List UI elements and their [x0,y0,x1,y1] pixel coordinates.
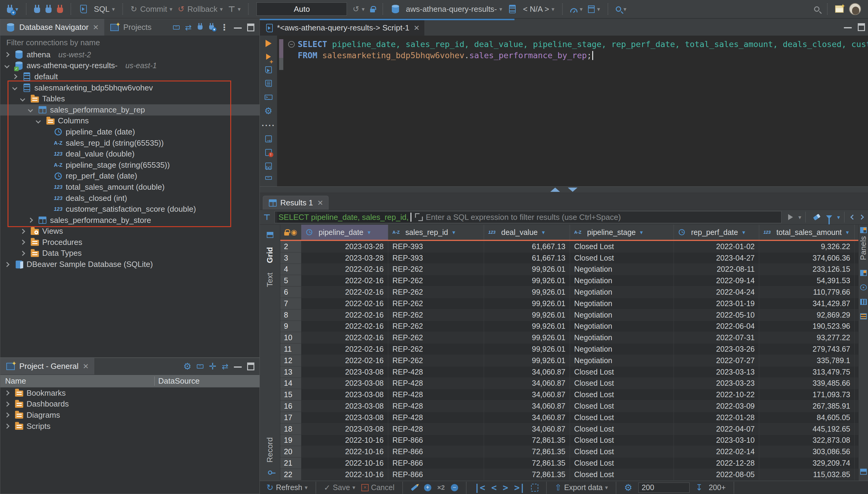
row-number-cell[interactable]: 7 [280,298,301,309]
cell-deal_value[interactable]: 34,060.87 [484,366,570,378]
tab-text-view[interactable]: Text [265,273,275,287]
sort-caret-icon[interactable] [640,229,643,236]
tree-item[interactable]: 123deals_closed (int) [0,193,259,204]
close-editor-tab-icon[interactable] [414,24,419,32]
cell-pipeline_date[interactable]: 2022-02-16 [301,355,388,366]
export-data-button[interactable]: Export data [555,483,608,492]
cell-total_sales_amount[interactable]: 445,192.65 [759,423,855,435]
cell-sales_rep_id[interactable]: REP-262 [388,264,484,275]
references-panel-icon[interactable] [860,314,867,319]
chevron-closed-icon[interactable] [28,218,33,223]
cell-total_sales_amount[interactable]: 267,385.91 [759,400,855,412]
cell-sales_rep_id[interactable]: REP-428 [388,378,484,389]
cell-sales_rep_id[interactable]: REP-428 [388,423,484,435]
column-header-deal_value[interactable]: 123deal_value [484,225,570,240]
column-header-total_sales_amount[interactable]: 123total_sales_amount [759,225,855,240]
close-results-tab-icon[interactable] [317,200,323,207]
cell-pipeline_stage[interactable]: Closed Lost [570,378,674,389]
column-header-rep_perf_date[interactable]: rep_perf_date [674,225,759,240]
name-column-header[interactable]: Name [0,376,155,386]
edit-cell-button[interactable] [411,487,418,489]
cell-total_sales_amount[interactable]: 335,789.1 [759,355,855,366]
cell-deal_value[interactable]: 61,667.13 [484,241,570,252]
cell-pipeline_stage[interactable]: Closed Lost [570,457,674,469]
cell-pipeline_date[interactable]: 2022-02-16 [301,343,388,355]
table-row[interactable]: 22023-03-28REP-39361,667.13Closed Lost20… [280,241,859,252]
expand-filter-icon[interactable] [415,213,423,221]
cell-pipeline_stage[interactable]: Closed Lost [570,412,674,423]
connections-icon[interactable] [198,25,202,29]
delete-row-button[interactable]: − [451,484,458,491]
tab-project-general[interactable]: Project - General [0,358,94,375]
cell-deal_value[interactable]: 61,667.13 [484,252,570,264]
row-number-cell[interactable]: 11 [280,343,301,355]
editor-code-area[interactable]: −SELECT pipeline_date, sales_rep_id, dea… [285,36,868,186]
templates-icon[interactable] [265,163,272,170]
cell-deal_value[interactable]: 34,060.87 [484,412,570,423]
cell-sales_rep_id[interactable]: REP-262 [388,355,484,366]
row-number-cell[interactable]: 10 [280,332,301,343]
cell-rep_perf_date[interactable]: 2022-08-05 [674,469,759,480]
table-row[interactable]: 172023-03-08REP-42834,060.87Closed Lost2… [280,412,859,423]
chevron-closed-icon[interactable] [4,52,9,57]
project-tree-item[interactable]: Dashboards [0,399,259,410]
row-number-cell[interactable]: 22 [280,469,301,480]
cell-deal_value[interactable]: 99,926.01 [484,332,570,343]
row-number-cell[interactable]: 5 [280,275,301,286]
cell-rep_perf_date[interactable]: 2022-02-14 [674,446,759,457]
transaction-history-button[interactable] [353,2,364,16]
chevron-open-icon[interactable] [4,63,9,68]
cell-pipeline_date[interactable]: 2023-03-28 [301,252,388,264]
chevron-open-icon[interactable] [28,107,33,113]
table-row[interactable]: 162023-03-08REP-42834,060.87Closed Lost2… [280,400,859,412]
cell-pipeline_stage[interactable]: Closed Lost [570,252,674,264]
collapse-all-icon[interactable] [173,25,180,30]
tab-projects[interactable]: Projects [104,19,157,36]
column-header-pipeline_stage[interactable]: A-Zpipeline_stage [570,225,674,240]
cell-total_sales_amount[interactable]: 54,391.53 [759,275,855,286]
cell-pipeline_date[interactable]: 2022-10-16 [301,469,388,480]
cell-pipeline_stage[interactable]: Negotiation [570,321,674,332]
cell-deal_value[interactable]: 99,926.01 [484,298,570,309]
project-tree-item[interactable]: Scripts [0,421,259,432]
cell-sales_rep_id[interactable]: REP-866 [388,435,484,446]
cell-total_sales_amount[interactable]: 339,485.66 [759,378,855,389]
clear-filter-icon[interactable] [813,214,821,221]
cell-pipeline_date[interactable]: 2023-03-08 [301,412,388,423]
table-row[interactable]: 92022-02-16REP-26299,926.01Negotiation20… [280,321,859,332]
table-row[interactable]: 152023-03-08REP-42834,060.87Closed Lost2… [280,389,859,400]
chevron-open-icon[interactable] [12,86,18,91]
execute-statement-icon[interactable] [265,40,272,47]
row-number-cell[interactable]: 20 [280,446,301,457]
prev-page-button[interactable]: < [491,482,497,493]
tree-item[interactable]: 123deal_value (double) [0,148,259,159]
row-number-cell[interactable]: 2 [280,241,301,252]
table-row[interactable]: 142023-03-08REP-42834,060.87Closed Lost2… [280,378,859,390]
chevron-closed-icon[interactable] [20,229,25,234]
project-expand-icon[interactable]: ✛ [209,362,216,371]
cell-pipeline_stage[interactable]: Closed Lost [570,241,674,252]
layout-panel-icon[interactable] [860,469,867,475]
global-search-button[interactable] [814,2,820,16]
row-number-cell[interactable]: 12 [280,355,301,366]
cell-sales_rep_id[interactable]: REP-393 [388,252,484,264]
cell-pipeline_date[interactable]: 2022-10-16 [301,446,388,457]
active-schema-selector[interactable]: < N/A > [508,2,554,16]
cell-pipeline_stage[interactable]: Closed Lost [570,435,674,446]
cell-pipeline_date[interactable]: 2022-02-16 [301,298,388,309]
cell-pipeline_date[interactable]: 2023-03-08 [301,366,388,378]
cell-sales_rep_id[interactable]: REP-262 [388,275,484,286]
next-page-button[interactable]: > [503,482,508,493]
tree-item[interactable]: 123total_sales_amount (double) [0,182,259,193]
dbeaver-account-button[interactable] [849,2,861,16]
cell-pipeline_stage[interactable]: Negotiation [570,332,674,343]
duplicate-row-button[interactable]: ×2 [437,484,445,492]
filter-type-icon[interactable] [262,212,272,222]
tab-results-1[interactable]: Results 1 [263,196,329,210]
sort-caret-icon[interactable] [742,229,745,236]
grouping-panel-icon[interactable] [860,299,867,305]
cell-total_sales_amount[interactable]: 374,606.36 [759,252,855,264]
sash-down-icon[interactable] [568,188,577,192]
cell-sales_rep_id[interactable]: REP-262 [388,309,484,321]
close-project-tab-icon[interactable] [83,363,89,370]
